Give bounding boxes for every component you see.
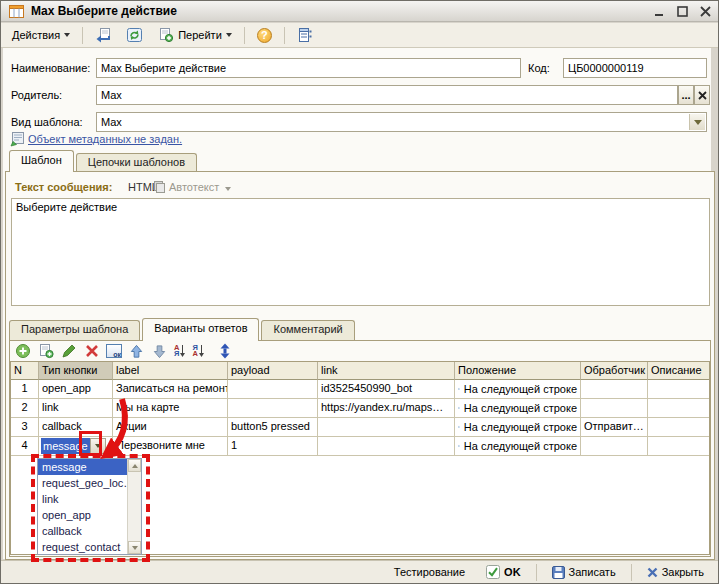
cell-n[interactable]: 2 — [11, 399, 39, 418]
help-button[interactable]: ? — [251, 25, 278, 46]
code-field[interactable]: ЦБ0000000119 — [563, 58, 707, 78]
cell-position[interactable]: На следующей строке — [455, 437, 581, 456]
move-up-button[interactable] — [128, 343, 145, 359]
dropdown-item[interactable]: open_app — [38, 507, 141, 523]
dropdown-item[interactable]: request_contact — [38, 539, 141, 555]
dropdown-item[interactable]: callback — [38, 523, 141, 539]
cell-label[interactable]: Записаться на ремонт — [113, 380, 228, 399]
cell-description[interactable] — [648, 437, 709, 456]
scroll-up-button[interactable] — [128, 459, 141, 472]
delete-row-button[interactable] — [83, 343, 100, 359]
cell-link[interactable] — [318, 418, 455, 437]
save-button[interactable]: Записать — [548, 565, 620, 580]
parent-field[interactable]: Max — [96, 85, 678, 105]
header-button-type[interactable]: Тип кнопки — [39, 362, 113, 380]
end-edit-button[interactable]: ок — [106, 344, 122, 358]
clear-x-icon — [698, 91, 707, 100]
cell-label[interactable]: Акции — [113, 418, 228, 437]
copy-row-button[interactable] — [37, 343, 54, 359]
cell-payload[interactable]: 1 — [228, 437, 318, 456]
cell-description[interactable] — [648, 418, 709, 437]
tab-comment[interactable]: Комментарий — [261, 320, 354, 340]
template-kind-dropdown-button[interactable] — [689, 114, 705, 130]
goto-menu-button[interactable]: Перейти — [151, 24, 238, 46]
dropdown-item[interactable]: request_geo_loc… — [38, 475, 141, 491]
dropdown-item[interactable]: message — [38, 459, 141, 475]
move-down-button[interactable] — [151, 343, 168, 359]
cell-payload[interactable] — [228, 399, 318, 418]
message-text-label: Текст сообщения: — [15, 181, 112, 193]
parent-browse-button[interactable]: ... — [678, 85, 694, 105]
dropdown-item[interactable]: link — [38, 491, 141, 507]
form-settings-button[interactable] — [291, 24, 319, 46]
cell-description[interactable] — [648, 380, 709, 399]
cell-link[interactable]: https://yandex.ru/maps… — [318, 399, 455, 418]
header-description[interactable]: Описание — [648, 362, 709, 380]
tab-template-chains[interactable]: Цепочки шаблонов — [76, 153, 197, 171]
refresh-button[interactable] — [120, 24, 149, 46]
sort-ascending-button[interactable]: АЯ — [174, 344, 186, 358]
ok-button[interactable]: OK — [482, 564, 525, 580]
parent-label: Родитель: — [11, 89, 62, 101]
cell-n[interactable]: 4 — [11, 437, 39, 456]
test-button[interactable]: Тестирование — [390, 565, 469, 579]
header-link[interactable]: link — [318, 362, 455, 380]
sort-descending-button[interactable]: ЯА — [192, 344, 204, 358]
template-kind-value: Max — [101, 116, 122, 128]
cell-label[interactable]: Мы на карте — [113, 399, 228, 418]
reorder-button[interactable] — [217, 343, 234, 359]
cell-payload[interactable]: button5 pressed — [228, 418, 318, 437]
bottom-tabs: Параметры шаблона Варианты ответов Комме… — [9, 318, 355, 341]
header-position[interactable]: Положение — [455, 362, 581, 380]
ellipsis-icon: ... — [681, 89, 690, 101]
autotext-menu-button[interactable]: Автотекст — [169, 181, 231, 193]
cell-n[interactable]: 3 — [11, 418, 39, 437]
header-label[interactable]: label — [113, 362, 228, 380]
cell-position[interactable]: На следующей строке — [455, 399, 581, 418]
message-text-area[interactable]: Выберите действие — [11, 198, 710, 306]
header-payload[interactable]: payload — [228, 362, 318, 380]
tab-template[interactable]: Шаблон — [9, 150, 74, 172]
tab-template-params[interactable]: Параметры шаблона — [9, 320, 140, 340]
header-n[interactable]: N — [11, 362, 39, 380]
cell-handler[interactable] — [581, 380, 648, 399]
save-button-label: Записать — [569, 566, 616, 578]
cell-button-type-editor[interactable]: message — [39, 437, 113, 456]
cell-handler[interactable] — [581, 399, 648, 418]
cell-button-type[interactable]: open_app — [39, 380, 113, 399]
close-form-button[interactable]: Закрыть — [643, 565, 708, 579]
cell-n[interactable]: 1 — [11, 380, 39, 399]
cell-payload[interactable] — [228, 380, 318, 399]
name-label: Наименование: — [11, 62, 90, 74]
tab-answer-variants[interactable]: Варианты ответов — [142, 318, 259, 341]
ok-button-label: OK — [504, 566, 521, 578]
template-kind-field[interactable]: Max — [96, 112, 707, 132]
reread-button[interactable] — [89, 24, 118, 46]
cell-button-type[interactable]: link — [39, 399, 113, 418]
metadata-object-link[interactable]: Объект метаданных не задан. — [28, 133, 182, 145]
parent-clear-button[interactable] — [694, 85, 710, 105]
cell-button-type[interactable]: callback — [39, 418, 113, 437]
window: Max Выберите действие Действия — [0, 0, 719, 584]
footer-button-bar: Тестирование OK Записать Закрыть — [1, 560, 718, 583]
cell-label[interactable]: Перезвоните мне — [113, 437, 228, 456]
actions-menu-button[interactable]: Действия — [6, 26, 76, 44]
minimize-button[interactable] — [654, 6, 665, 17]
scroll-down-button[interactable] — [128, 541, 141, 554]
header-handler[interactable]: Обработчик — [581, 362, 648, 380]
name-field[interactable]: Max Выберите действие — [96, 58, 521, 78]
cell-description[interactable] — [648, 399, 709, 418]
cell-handler[interactable]: Отправит… — [581, 418, 648, 437]
maximize-button[interactable] — [677, 6, 688, 17]
cell-handler[interactable] — [581, 437, 648, 456]
cell-position[interactable]: На следующей строке — [455, 380, 581, 399]
cell-position[interactable]: На следующей строке — [455, 418, 581, 437]
edit-row-button[interactable] — [60, 343, 77, 359]
button-type-dropdown-button[interactable] — [90, 438, 106, 454]
cell-link[interactable]: id3525450990_bot — [318, 380, 455, 399]
add-row-button[interactable] — [14, 343, 31, 359]
dropdown-scrollbar[interactable] — [127, 459, 141, 554]
close-button[interactable] — [700, 6, 711, 17]
cell-link[interactable] — [318, 437, 455, 456]
reread-icon — [95, 27, 112, 43]
